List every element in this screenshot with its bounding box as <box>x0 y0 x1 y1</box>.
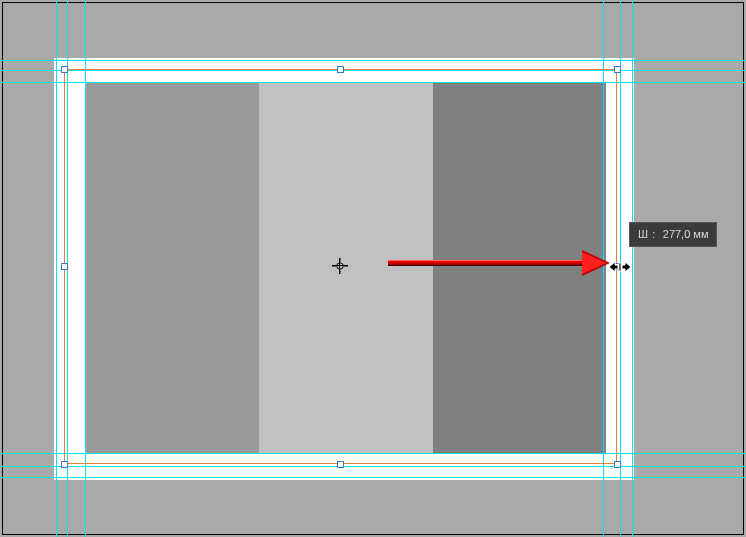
guide-horizontal[interactable] <box>0 70 746 71</box>
selection-handle-w[interactable] <box>61 263 68 270</box>
guide-horizontal[interactable] <box>0 466 746 467</box>
selection-handle-nw[interactable] <box>61 66 68 73</box>
selection-handle-se[interactable] <box>614 461 621 468</box>
guide-horizontal[interactable] <box>0 453 746 454</box>
tooltip-label: Ш : <box>638 228 656 240</box>
selection-handle-sw[interactable] <box>61 461 68 468</box>
column-right[interactable] <box>433 82 606 453</box>
guide-horizontal[interactable] <box>0 477 746 478</box>
guide-horizontal[interactable] <box>0 82 746 83</box>
guide-vertical[interactable] <box>85 0 86 537</box>
dimension-tooltip: Ш : 277,0 мм <box>629 222 717 247</box>
tooltip-value: 277,0 мм <box>663 228 709 240</box>
selection-handle-ne[interactable] <box>614 66 621 73</box>
guide-horizontal[interactable] <box>0 60 746 61</box>
selection-handle-e[interactable] <box>614 263 621 270</box>
selection-handle-s[interactable] <box>337 461 344 468</box>
column-left[interactable] <box>85 82 259 453</box>
selection-handle-n[interactable] <box>337 66 344 73</box>
column-middle[interactable] <box>259 82 433 453</box>
annotation-arrow-head-icon <box>582 250 610 276</box>
guide-vertical[interactable] <box>56 0 57 537</box>
guide-vertical[interactable] <box>632 0 633 537</box>
annotation-arrow-shaft <box>388 260 586 266</box>
